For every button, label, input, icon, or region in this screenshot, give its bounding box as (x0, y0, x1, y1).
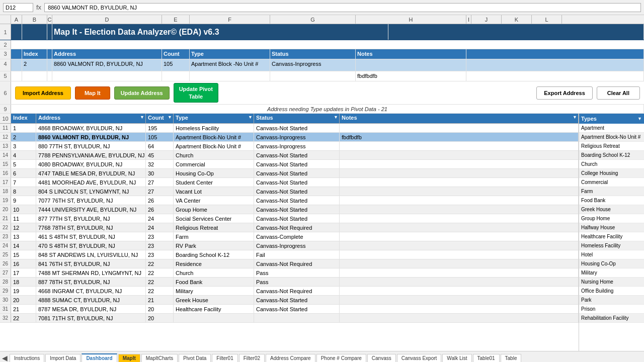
title-row: 1 Map It - Election Data Analyzer© (EDA)… (0, 24, 644, 40)
table-row[interactable]: 29 19 4668 INGRAM CT, BYULDUR, NJ 22 Mil… (0, 287, 579, 296)
table-row[interactable]: 25 15 848 ST ANDREWS LN, LYUISVILLU, NJ … (0, 250, 579, 259)
col-type-header: Type (190, 49, 270, 59)
type-list-item[interactable]: Apartment Block-No Unit # (579, 133, 644, 142)
tab-phone-compare[interactable]: Phone # Compare (316, 354, 366, 362)
types-panel: Types ▼ ApartmentApartment Block-No Unit… (579, 114, 644, 351)
type-list-item[interactable]: Halfway House (579, 223, 644, 232)
row-2: 2 (0, 40, 644, 49)
tab-pivot-data[interactable]: Pivot Data (179, 354, 211, 362)
type-list-item[interactable]: Food Bank (579, 196, 644, 205)
type-list-item[interactable]: Park (579, 296, 644, 305)
table-section: 10 Index Address ▼ Count ▼ Type ▼ Status… (0, 114, 644, 351)
type-list-item[interactable]: Housing Co-Op (579, 259, 644, 268)
table-column-headers: 10 Index Address ▼ Count ▼ Type ▼ Status… (0, 114, 579, 124)
types-header: Types ▼ (579, 114, 644, 124)
type-list-item[interactable]: Apartment (579, 124, 644, 133)
table-row[interactable]: 32 22 7081 71TH ST, BYULDUR, NJ 20 (0, 314, 579, 323)
col-address-header: Address (52, 49, 162, 59)
type-list-item[interactable]: Military (579, 268, 644, 278)
tab-canvass[interactable]: Canvass (367, 354, 396, 362)
selected-status: Canvass-Inprogress (270, 59, 356, 71)
table-row[interactable]: 27 17 7488 MT SHERMAN RD, LYNGMYNT, NJ 2… (0, 268, 579, 278)
tab-mapitcharts[interactable]: MapItCharts (141, 354, 178, 362)
col-header-K: K (502, 15, 532, 24)
col-header-H: H (356, 15, 466, 24)
type-list-item[interactable]: Boarding School K-12 (579, 151, 644, 160)
th-index: Index (11, 114, 36, 123)
type-list-item[interactable]: Prison (579, 305, 644, 314)
table-row[interactable]: 15 5 4080 BROADWAY, BYULDUR, NJ 32 Comme… (0, 160, 579, 169)
tab-table01[interactable]: Table01 (473, 354, 500, 362)
col-header-G: G (270, 15, 356, 24)
type-list-item[interactable]: College Housing (579, 169, 644, 178)
col-count-header: Count (162, 49, 190, 59)
table-row[interactable]: 19 9 7077 76TH ST, BYULDUR, NJ 26 VA Cen… (0, 196, 579, 205)
tab-filter01[interactable]: Filter01 (212, 354, 237, 362)
col-header-F: F (190, 15, 270, 24)
table-row[interactable]: 14 4 7788 PENNSYLVANIA AVE, BYULDUR, NJ … (0, 151, 579, 160)
type-list-item[interactable]: Nursing Home (579, 278, 644, 287)
selected-record-row: 4 2 8860 VALMONT RD, BYULDUR, NJ 105 Apa… (0, 59, 644, 71)
table-row[interactable]: 13 3 880 77TH ST, BYULDUR, NJ 64 Apartme… (0, 142, 579, 151)
table-row[interactable]: 23 13 461 S 48TH ST, BYULDUR, NJ 23 Farm… (0, 232, 579, 241)
type-list-item[interactable]: Greek House (579, 205, 644, 214)
export-address-button[interactable]: Export Address (536, 86, 593, 100)
table-row[interactable]: 24 14 470 S 48TH ST, BYULDUR, NJ 23 RV P… (0, 241, 579, 250)
table-row[interactable]: 21 11 877 77TH ST, BYULDUR, NJ 24 Social… (0, 214, 579, 223)
tab-dashboard[interactable]: Dashboard (82, 353, 117, 362)
table-row[interactable]: 26 16 841 76TH ST, BYULDUR, NJ 22 Reside… (0, 259, 579, 268)
column-headers: A B C D E F G H I J K L (0, 15, 644, 24)
update-address-button[interactable]: Update Address (114, 86, 170, 100)
tab-walk-list[interactable]: Walk List (442, 354, 471, 362)
tab-filter02[interactable]: Filter02 (239, 354, 265, 362)
app-title: Map It - Election Data Analyzer© (EDA) v… (52, 24, 388, 40)
cell-reference[interactable] (3, 3, 33, 12)
sheet-tabs: ◀ Instructions Import Data Dashboard Map… (0, 351, 644, 362)
col-header-E: E (162, 15, 190, 24)
table-row[interactable]: 11 1 4868 BROADWAY, BYULDUR, NJ 195 Home… (0, 124, 579, 133)
table-row[interactable]: 12 2 8860 VALMONT RD, BYULDUR, NJ 105 Ap… (0, 133, 579, 142)
clear-all-button[interactable]: Clear All (597, 86, 640, 100)
table-row[interactable]: 30 20 4888 SUMAC CT, BYULDUR, NJ 21 Gree… (0, 296, 579, 305)
row-5: 5 fbdfbdfb (0, 71, 644, 81)
tab-instructions[interactable]: Instructions (10, 354, 44, 362)
selected-notes: fbdfbdfb (356, 71, 466, 81)
status-row: 9 Address needing Type updates in Pivot … (0, 105, 644, 114)
type-list-item[interactable]: Healthcare Facility (579, 232, 644, 241)
table-row[interactable]: 28 18 887 78TH ST, BYULDUR, NJ 22 Food B… (0, 278, 579, 287)
table-row[interactable]: 16 6 4747 TABLE MESA DR, BYULDUR, NJ 30 … (0, 169, 579, 178)
tab-scroll-left[interactable]: ◀ (2, 354, 8, 362)
type-list-item[interactable]: Religious Retreat (579, 142, 644, 151)
data-header-row: 3 Index Address Count Type Status Notes (0, 49, 644, 59)
col-header-I: I (466, 15, 471, 24)
type-list-item[interactable]: Hotel (579, 250, 644, 259)
type-list-item[interactable]: Group Home (579, 214, 644, 223)
import-address-button[interactable]: Import Address (15, 86, 71, 100)
col-header-D: D (52, 15, 162, 24)
type-list-item[interactable]: Office Building (579, 287, 644, 296)
tab-address-compare[interactable]: Address Compare (266, 354, 315, 362)
type-list-item[interactable]: Commercial (579, 178, 644, 187)
th-address: Address ▼ (36, 114, 146, 123)
tab-canvass-export[interactable]: Canvass Export (397, 354, 442, 362)
tab-import-data[interactable]: Import Data (45, 354, 80, 362)
type-list-item[interactable]: Homeless Facility (579, 241, 644, 250)
type-list-item[interactable]: Church (579, 160, 644, 169)
fx-label: fx (36, 4, 41, 11)
table-row[interactable]: 18 8 804 S LINCOLN ST, LYNGMYNT, NJ 27 V… (0, 187, 579, 196)
tab-mapit[interactable]: MapIt (118, 354, 140, 362)
update-pivot-table-button[interactable]: Update PivotTable (174, 83, 218, 103)
col-notes-header: Notes (356, 49, 466, 59)
table-row[interactable]: 31 21 8787 MESA DR, BYULDUR, NJ 20 Healt… (0, 305, 579, 314)
tab-table[interactable]: Table (501, 354, 522, 362)
buttons-row: 6 Import Address Map It Update Address U… (0, 81, 644, 105)
map-it-button[interactable]: Map It (75, 86, 110, 100)
table-row[interactable]: 20 10 7444 UNIVERSITY AVE, BYULDUR, NJ 2… (0, 205, 579, 214)
table-row[interactable]: 22 12 7768 78TH ST, BYULDUR, NJ 24 Relig… (0, 223, 579, 232)
col-status-header: Status (270, 49, 356, 59)
formula-input[interactable] (44, 3, 641, 12)
selected-index: 2 (22, 59, 47, 71)
table-row[interactable]: 17 7 4481 MOORHEAD AVE, BYULDUR, NJ 27 S… (0, 178, 579, 187)
type-list-item[interactable]: Farm (579, 187, 644, 196)
type-list-item[interactable]: Rehabilitation Facility (579, 314, 644, 323)
